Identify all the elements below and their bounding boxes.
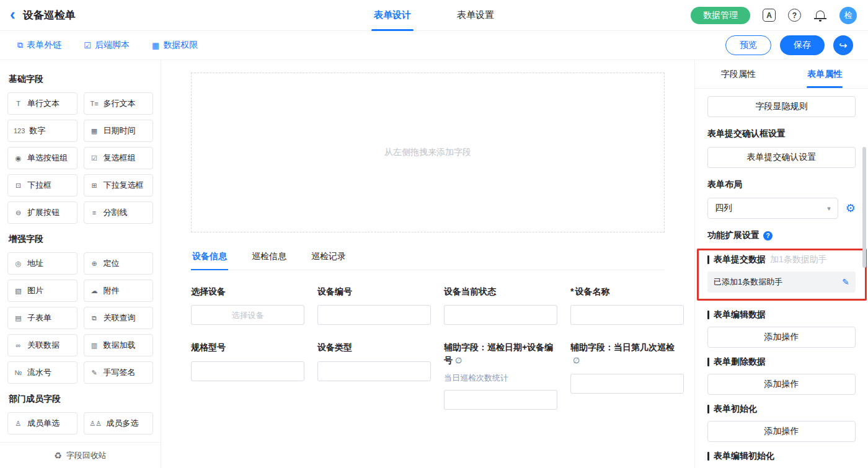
section-form-edit-init: 表单编辑初始化 添加操作 xyxy=(707,451,856,468)
tab-inspection-record[interactable]: 巡检记录 xyxy=(310,251,347,270)
field-item-label: 下拉复选框 xyxy=(104,180,144,191)
data-assistant-box[interactable]: 已添加1条数据助手 ✎ xyxy=(707,272,856,293)
tab-field-properties[interactable]: 字段属性 xyxy=(695,60,782,88)
field-label: 辅助字段：当日第几次巡检∅ xyxy=(570,341,684,366)
field-item-attachment[interactable]: ☁附件 xyxy=(84,280,154,302)
annotation-highlight-box: 表单提交数据 加1条数据助手 已添加1条数据助手 ✎ xyxy=(697,249,867,301)
field-spec-model[interactable]: 规格型号 xyxy=(191,341,304,381)
layout-select[interactable]: 四列 ▾ xyxy=(707,198,838,219)
add-operation-button-delete-data[interactable]: 添加操作 xyxy=(707,374,856,395)
field-item-label: 手写签名 xyxy=(104,367,136,378)
field-recycle-bin[interactable]: ♻ 字段回收站 xyxy=(0,442,161,468)
field-item-member-multi[interactable]: ♙♙成员多选 xyxy=(84,412,154,435)
field-item-serial-number[interactable]: №流水号 xyxy=(7,361,78,384)
field-item-member-single[interactable]: ♙成员单选 xyxy=(7,412,78,435)
app-window: ‹ 设备巡检单 表单设计 表单设置 数据管理 A ? 检 ⧉ 表单外链 ☑ 后端… xyxy=(0,0,868,468)
enhanced-fields-grid: ◎地址 ⊕定位 ▧图片 ☁附件 ▤子表单 ⧉关联查询 ∞关联数据 ▥数据加载 №… xyxy=(7,252,153,384)
field-item-linked-query[interactable]: ⧉关联查询 xyxy=(84,307,154,329)
image-icon: ▧ xyxy=(14,287,23,295)
select-device-input[interactable] xyxy=(191,305,304,325)
field-label: 选择设备 xyxy=(191,285,304,298)
device-status-input[interactable] xyxy=(444,305,557,325)
field-item-location[interactable]: ⊕定位 xyxy=(84,252,154,275)
panel-scrollbar[interactable] xyxy=(862,147,866,268)
extension-help-icon[interactable]: ? xyxy=(763,231,773,241)
translate-icon[interactable]: A xyxy=(763,9,776,22)
avatar[interactable]: 检 xyxy=(839,7,857,24)
field-item-datetime[interactable]: ▦日期时间 xyxy=(84,120,154,142)
field-item-signature[interactable]: ✎手写签名 xyxy=(84,361,154,384)
tab-form-properties[interactable]: 表单属性 xyxy=(782,60,868,88)
field-label: 设备当前状态 xyxy=(444,285,557,298)
data-permission-link[interactable]: ▦ 数据权限 xyxy=(152,40,198,51)
field-item-single-line-text[interactable]: T单行文本 xyxy=(7,92,78,115)
section-bar xyxy=(707,452,709,461)
submit-data-title-text: 表单提交数据 xyxy=(714,254,766,265)
field-select-device[interactable]: 选择设备 xyxy=(191,285,304,325)
field-item-label: 日期时间 xyxy=(104,125,136,136)
field-item-divider[interactable]: ≡分割线 xyxy=(84,201,154,224)
field-item-multi-dropdown[interactable]: ⊞下拉复选框 xyxy=(84,174,154,196)
field-item-subform[interactable]: ▤子表单 xyxy=(7,307,78,329)
field-visibility-rules-button[interactable]: 字段显隐规则 xyxy=(707,96,856,117)
field-item-extend-button[interactable]: ⊖扩展按钮 xyxy=(7,201,78,224)
field-aux-count[interactable]: 辅助字段：当日第几次巡检∅ xyxy=(570,341,684,394)
field-item-address[interactable]: ◎地址 xyxy=(7,252,78,275)
field-item-checkbox-group[interactable]: ☑复选框组 xyxy=(84,147,154,169)
data-load-icon: ▥ xyxy=(90,342,99,350)
field-device-no[interactable]: 设备编号 xyxy=(317,285,431,325)
gear-icon[interactable]: ⚙ xyxy=(846,203,856,214)
number-icon: 123 xyxy=(14,127,25,135)
backend-script-link[interactable]: ☑ 后端脚本 xyxy=(84,40,130,51)
member-multi-icon: ♙♙ xyxy=(90,420,102,428)
radio-icon: ◉ xyxy=(14,154,23,162)
edit-icon[interactable]: ✎ xyxy=(842,277,849,287)
add-operation-button-edit-data[interactable]: 添加操作 xyxy=(707,327,856,348)
field-item-linked-data[interactable]: ∞关联数据 xyxy=(7,334,78,356)
field-item-label: 子表单 xyxy=(27,312,51,324)
tab-form-settings[interactable]: 表单设置 xyxy=(454,0,497,31)
submit-confirm-settings-button[interactable]: 表单提交确认设置 xyxy=(707,147,856,168)
aux-date-input[interactable] xyxy=(444,390,557,410)
extension-settings-title: 功能扩展设置 ? xyxy=(707,230,856,241)
header-tabs: 表单设计 表单设置 xyxy=(371,0,497,31)
field-item-data-load[interactable]: ▥数据加载 xyxy=(84,334,154,356)
form-fields-grid: 选择设备 设备编号 设备当前状态 *设备名称 规格型号 xyxy=(191,285,665,410)
field-aux-date-no[interactable]: 辅助字段：巡检日期+设备编号∅ 当日巡检次数统计 xyxy=(444,341,557,410)
device-no-input[interactable] xyxy=(317,305,431,325)
submit-data-section-title: 表单提交数据 加1条数据助手 xyxy=(707,254,856,265)
section-title-text: 表单编辑初始化 xyxy=(714,451,774,462)
field-item-label: 数字 xyxy=(29,125,45,136)
tab-device-info[interactable]: 设备信息 xyxy=(191,251,228,270)
tab-form-design[interactable]: 表单设计 xyxy=(371,0,414,31)
spec-model-input[interactable] xyxy=(191,361,304,381)
field-device-status[interactable]: 设备当前状态 xyxy=(444,285,557,325)
multi-dropdown-icon: ⊞ xyxy=(90,182,99,190)
field-item-label: 单选按钮组 xyxy=(27,152,68,164)
field-device-name[interactable]: *设备名称 xyxy=(570,285,684,325)
preview-button[interactable]: 预览 xyxy=(725,35,771,55)
aux-count-input[interactable] xyxy=(570,374,684,394)
field-item-radio-group[interactable]: ◉单选按钮组 xyxy=(7,147,78,169)
device-name-input[interactable] xyxy=(570,305,684,325)
notification-bell-icon[interactable] xyxy=(813,9,827,22)
field-item-dropdown[interactable]: ⊡下拉框 xyxy=(7,174,78,196)
back-icon[interactable]: ‹ xyxy=(10,6,16,22)
device-type-input[interactable] xyxy=(317,361,431,381)
eye-off-icon[interactable]: ∅ xyxy=(573,355,580,367)
form-external-link[interactable]: ⧉ 表单外链 xyxy=(17,40,61,51)
tab-inspection-info[interactable]: 巡检信息 xyxy=(250,251,288,270)
eye-off-icon[interactable]: ∅ xyxy=(455,355,462,367)
field-item-number[interactable]: 123数字 xyxy=(7,120,78,142)
save-button[interactable]: 保存 xyxy=(780,35,825,55)
help-icon[interactable]: ? xyxy=(788,9,801,22)
data-manage-button[interactable]: 数据管理 xyxy=(691,7,750,24)
field-device-type[interactable]: 设备类型 xyxy=(317,341,431,381)
add-operation-button-init[interactable]: 添加操作 xyxy=(707,421,856,442)
properties-body: 字段显隐规则 表单提交确认框设置 表单提交确认设置 表单布局 四列 ▾ ⚙ 功能… xyxy=(695,89,868,468)
share-button[interactable]: ↪ xyxy=(833,35,853,55)
field-item-image[interactable]: ▧图片 xyxy=(7,280,78,302)
field-item-multi-line-text[interactable]: T≡多行文本 xyxy=(84,92,154,115)
field-library-sidebar: 基础字段 T单行文本 T≡多行文本 123数字 ▦日期时间 ◉单选按钮组 ☑复选… xyxy=(0,60,161,468)
form-dropzone[interactable]: 从左侧拖拽来添加字段 xyxy=(191,73,665,232)
